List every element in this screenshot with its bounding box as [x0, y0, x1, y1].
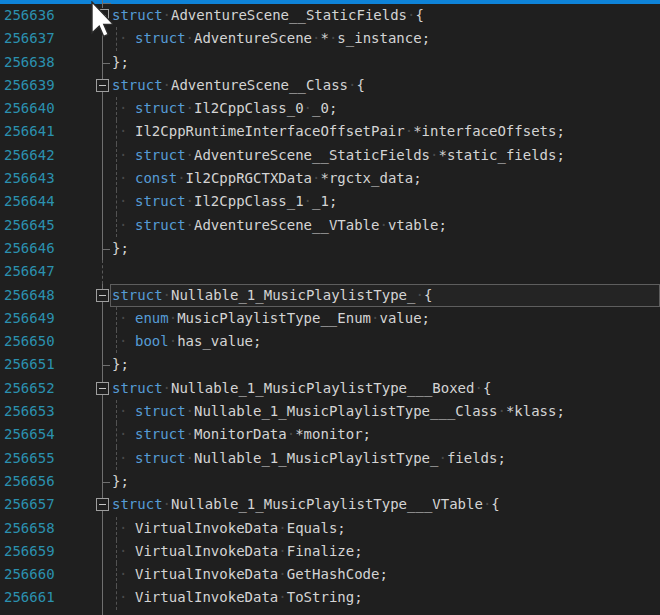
code-text[interactable]: struct·AdventureScene__StaticFields·*sta…: [135, 144, 565, 167]
line-number[interactable]: 256645: [4, 214, 55, 237]
line-number[interactable]: 256640: [4, 97, 55, 120]
code-line[interactable]: 256643·const·Il2CppRGCTXData·*rgctx_data…: [0, 167, 660, 190]
indent-guide: [116, 447, 117, 470]
fold-collapse-button[interactable]: [96, 289, 109, 302]
code-line[interactable]: 256657struct·Nullable_1_MusicPlaylistTyp…: [0, 493, 660, 516]
code-line[interactable]: 256661·VirtualInvokeData·ToString;: [0, 586, 660, 609]
code-text[interactable]: struct·AdventureScene·*·s_instance;: [135, 27, 430, 50]
line-number[interactable]: 256652: [4, 377, 55, 400]
line-number[interactable]: 256654: [4, 423, 55, 446]
code-editor-window: 256636struct·AdventureScene__StaticField…: [0, 0, 660, 615]
code-text[interactable]: };: [112, 237, 129, 260]
code-line[interactable]: 256644·struct·Il2CppClass_1·_1;: [0, 190, 660, 213]
fold-collapse-button[interactable]: [96, 79, 109, 92]
whitespace-dot: ·: [405, 123, 413, 139]
line-number[interactable]: 256657: [4, 493, 55, 516]
code-line[interactable]: 256647: [0, 260, 660, 283]
code-text[interactable]: struct·Nullable_1_MusicPlaylistType_·{: [112, 284, 432, 307]
line-number[interactable]: 256662: [4, 610, 55, 615]
line-number[interactable]: 256655: [4, 447, 55, 470]
code-line[interactable]: 256648struct·Nullable_1_MusicPlaylistTyp…: [0, 284, 660, 307]
code-text[interactable]: VirtualInvokeData·GetHashCode;: [135, 563, 388, 586]
identifier-token: *monitor;: [295, 426, 371, 442]
code-line[interactable]: 256645·struct·AdventureScene__VTable·vta…: [0, 214, 660, 237]
indent-guide: [116, 120, 117, 143]
code-text[interactable]: struct·Nullable_1_MusicPlaylistType___Bo…: [112, 377, 491, 400]
code-line[interactable]: 256638};: [0, 51, 660, 74]
code-text[interactable]: VirtualInvokeData·ToString;: [135, 586, 363, 609]
code-line[interactable]: 256658·VirtualInvokeData·Equals;: [0, 517, 660, 540]
line-number[interactable]: 256653: [4, 400, 55, 423]
line-number[interactable]: 256639: [4, 74, 55, 97]
fold-collapse-button[interactable]: [96, 382, 109, 395]
code-line[interactable]: 256654·struct·MonitorData·*monitor;: [0, 423, 660, 446]
fold-region-tick: [103, 3, 111, 4]
code-line[interactable]: 256652struct·Nullable_1_MusicPlaylistTyp…: [0, 377, 660, 400]
code-line[interactable]: 256651};: [0, 353, 660, 376]
code-text[interactable]: struct·Il2CppClass_1·_1;: [135, 190, 337, 213]
code-line[interactable]: 256646};: [0, 237, 660, 260]
code-text[interactable]: };: [112, 353, 129, 376]
code-text[interactable]: };: [112, 470, 129, 493]
code-line[interactable]: 256641·Il2CppRuntimeInterfaceOffsetPair·…: [0, 120, 660, 143]
code-text[interactable]: enum·MusicPlaylistType__Enum·value;: [135, 307, 430, 330]
code-text[interactable]: struct·Nullable_1_MusicPlaylistType___Cl…: [135, 400, 565, 423]
line-number[interactable]: 256647: [4, 260, 55, 283]
line-number[interactable]: 256646: [4, 237, 55, 260]
line-number[interactable]: 256642: [4, 144, 55, 167]
indent-guide: [116, 167, 117, 190]
line-number[interactable]: 256658: [4, 517, 55, 540]
identifier-token: Nullable_1_MusicPlaylistType___Boxed: [171, 380, 474, 396]
code-line[interactable]: 256655·struct·Nullable_1_MusicPlaylistTy…: [0, 447, 660, 470]
keyword-token: struct: [112, 380, 163, 396]
code-line[interactable]: 256653·struct·Nullable_1_MusicPlaylistTy…: [0, 400, 660, 423]
code-text[interactable]: struct·AdventureScene__Class·{: [112, 74, 365, 97]
line-number[interactable]: 256648: [4, 284, 55, 307]
fold-collapse-button[interactable]: [96, 9, 109, 22]
line-number[interactable]: 256643: [4, 167, 55, 190]
code-text[interactable]: struct·AdventureScene__StaticFields·{: [112, 4, 424, 27]
line-number[interactable]: 256637: [4, 27, 55, 50]
code-text[interactable]: struct·Il2CppClass_0·_0;: [135, 97, 337, 120]
code-text[interactable]: struct·AdventureScene__VTable·vtable;: [135, 214, 447, 237]
code-line[interactable]: 256639struct·AdventureScene__Class·{: [0, 74, 660, 97]
code-line[interactable]: 256642·struct·AdventureScene__StaticFiel…: [0, 144, 660, 167]
line-number[interactable]: 256644: [4, 190, 55, 213]
code-line[interactable]: 256650·bool·has_value;: [0, 330, 660, 353]
code-line[interactable]: 256662};: [0, 610, 660, 615]
line-number[interactable]: 256638: [4, 51, 55, 74]
code-text[interactable]: VirtualInvokeData·Finalize;: [135, 540, 363, 563]
line-number[interactable]: 256650: [4, 330, 55, 353]
fold-collapse-button[interactable]: [96, 498, 109, 511]
code-text[interactable]: };: [112, 51, 129, 74]
code-editor[interactable]: 256636struct·AdventureScene__StaticField…: [0, 4, 660, 615]
fold-region-dashed-line: [102, 260, 103, 283]
line-number[interactable]: 256651: [4, 353, 55, 376]
code-text[interactable]: VirtualInvokeData·Equals;: [135, 517, 346, 540]
line-number[interactable]: 256660: [4, 563, 55, 586]
fold-region-end-tick: [102, 249, 110, 250]
code-text[interactable]: bool·has_value;: [135, 330, 261, 353]
code-text[interactable]: };: [112, 610, 129, 615]
indent-whitespace-dot: ·: [119, 586, 127, 609]
fold-region-line: [102, 423, 103, 446]
code-text[interactable]: struct·Nullable_1_MusicPlaylistType_·fie…: [135, 447, 506, 470]
code-line[interactable]: 256640·struct·Il2CppClass_0·_0;: [0, 97, 660, 120]
code-text[interactable]: struct·MonitorData·*monitor;: [135, 423, 371, 446]
code-line[interactable]: 256656};: [0, 470, 660, 493]
code-line[interactable]: 256660·VirtualInvokeData·GetHashCode;: [0, 563, 660, 586]
line-number[interactable]: 256661: [4, 586, 55, 609]
code-line[interactable]: 256659·VirtualInvokeData·Finalize;: [0, 540, 660, 563]
code-line[interactable]: 256649·enum·MusicPlaylistType__Enum·valu…: [0, 307, 660, 330]
code-line[interactable]: 256636struct·AdventureScene__StaticField…: [0, 4, 660, 27]
code-line[interactable]: 256637·struct·AdventureScene·*·s_instanc…: [0, 27, 660, 50]
line-number[interactable]: 256649: [4, 307, 55, 330]
line-number[interactable]: 256656: [4, 470, 55, 493]
code-text[interactable]: Il2CppRuntimeInterfaceOffsetPair·*interf…: [135, 120, 565, 143]
line-number[interactable]: 256641: [4, 120, 55, 143]
code-text[interactable]: const·Il2CppRGCTXData·*rgctx_data;: [135, 167, 422, 190]
line-number[interactable]: 256636: [4, 4, 55, 27]
line-number[interactable]: 256659: [4, 540, 55, 563]
code-text[interactable]: struct·Nullable_1_MusicPlaylistType___VT…: [112, 493, 500, 516]
whitespace-dot: ·: [186, 217, 194, 233]
